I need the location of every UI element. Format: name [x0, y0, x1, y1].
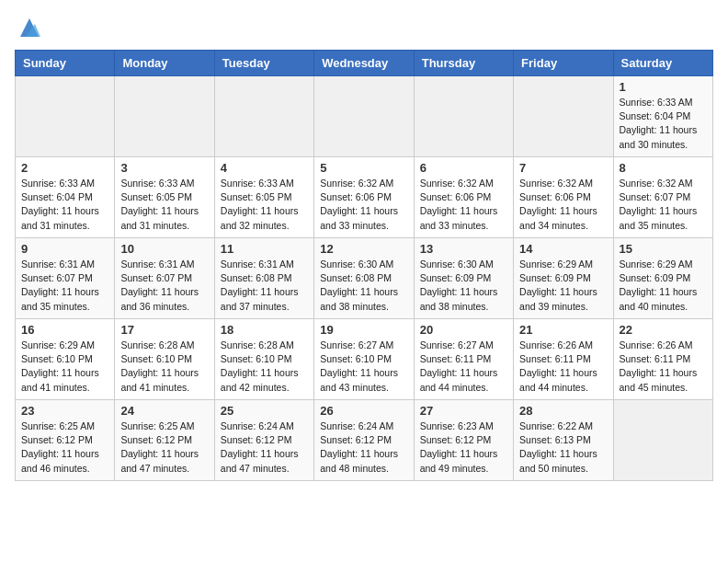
column-header-monday: Monday	[115, 51, 214, 76]
day-info: Sunrise: 6:24 AMSunset: 6:12 PMDaylight:…	[320, 419, 407, 476]
day-info: Sunrise: 6:28 AMSunset: 6:10 PMDaylight:…	[120, 339, 208, 395]
calendar-cell: 21Sunrise: 6:26 AMSunset: 6:11 PMDayligh…	[514, 319, 613, 400]
day-number: 18	[221, 323, 308, 337]
day-number: 10	[120, 242, 208, 256]
calendar-week-row: 9Sunrise: 6:31 AMSunset: 6:07 PMDaylight…	[16, 238, 713, 319]
day-info: Sunrise: 6:32 AMSunset: 6:07 PMDaylight:…	[620, 177, 707, 233]
calendar-cell: 28Sunrise: 6:22 AMSunset: 6:13 PMDayligh…	[514, 400, 613, 481]
calendar-cell: 19Sunrise: 6:27 AMSunset: 6:10 PMDayligh…	[314, 319, 414, 400]
day-info: Sunrise: 6:27 AMSunset: 6:10 PMDaylight:…	[320, 339, 407, 395]
calendar-week-row: 1Sunrise: 6:33 AMSunset: 6:04 PMDaylight…	[16, 76, 713, 157]
calendar-cell: 16Sunrise: 6:29 AMSunset: 6:10 PMDayligh…	[16, 319, 115, 400]
day-number: 22	[620, 323, 707, 337]
calendar-cell: 12Sunrise: 6:30 AMSunset: 6:08 PMDayligh…	[314, 238, 414, 319]
day-number: 27	[420, 404, 507, 418]
calendar-cell: 7Sunrise: 6:32 AMSunset: 6:06 PMDaylight…	[514, 157, 613, 238]
day-number: 16	[21, 323, 108, 337]
day-number: 28	[519, 404, 607, 418]
day-info: Sunrise: 6:33 AMSunset: 6:04 PMDaylight:…	[620, 96, 707, 152]
calendar-cell: 5Sunrise: 6:32 AMSunset: 6:06 PMDaylight…	[314, 157, 414, 238]
day-info: Sunrise: 6:29 AMSunset: 6:09 PMDaylight:…	[519, 258, 607, 314]
page-header	[15, 15, 713, 40]
day-info: Sunrise: 6:33 AMSunset: 6:05 PMDaylight:…	[120, 177, 208, 233]
calendar-cell: 22Sunrise: 6:26 AMSunset: 6:11 PMDayligh…	[613, 319, 712, 400]
day-number: 6	[420, 161, 507, 175]
day-number: 13	[420, 242, 507, 256]
day-number: 17	[120, 323, 208, 337]
day-info: Sunrise: 6:30 AMSunset: 6:09 PMDaylight:…	[420, 258, 507, 314]
day-info: Sunrise: 6:22 AMSunset: 6:13 PMDaylight:…	[519, 419, 607, 476]
day-info: Sunrise: 6:32 AMSunset: 6:06 PMDaylight:…	[420, 177, 507, 233]
day-info: Sunrise: 6:31 AMSunset: 6:07 PMDaylight:…	[120, 258, 208, 314]
day-info: Sunrise: 6:27 AMSunset: 6:11 PMDaylight:…	[420, 339, 507, 395]
calendar-cell: 18Sunrise: 6:28 AMSunset: 6:10 PMDayligh…	[214, 319, 313, 400]
day-number: 8	[620, 161, 707, 175]
calendar-cell: 15Sunrise: 6:29 AMSunset: 6:09 PMDayligh…	[613, 238, 712, 319]
calendar-week-row: 23Sunrise: 6:25 AMSunset: 6:12 PMDayligh…	[16, 400, 713, 481]
day-number: 9	[21, 242, 108, 256]
day-info: Sunrise: 6:25 AMSunset: 6:12 PMDaylight:…	[21, 419, 108, 476]
day-info: Sunrise: 6:25 AMSunset: 6:12 PMDaylight:…	[120, 419, 208, 476]
day-info: Sunrise: 6:30 AMSunset: 6:08 PMDaylight:…	[320, 258, 407, 314]
day-number: 24	[120, 404, 208, 418]
calendar-cell	[214, 76, 313, 157]
day-info: Sunrise: 6:23 AMSunset: 6:12 PMDaylight:…	[420, 419, 507, 476]
day-info: Sunrise: 6:31 AMSunset: 6:08 PMDaylight:…	[221, 258, 308, 314]
column-header-wednesday: Wednesday	[314, 51, 414, 76]
calendar-cell: 20Sunrise: 6:27 AMSunset: 6:11 PMDayligh…	[414, 319, 513, 400]
day-number: 26	[320, 404, 407, 418]
calendar-cell: 17Sunrise: 6:28 AMSunset: 6:10 PMDayligh…	[115, 319, 214, 400]
calendar-cell	[16, 76, 115, 157]
calendar-cell	[115, 76, 214, 157]
calendar-week-row: 16Sunrise: 6:29 AMSunset: 6:10 PMDayligh…	[16, 319, 713, 400]
logo-icon	[17, 15, 42, 40]
day-info: Sunrise: 6:33 AMSunset: 6:05 PMDaylight:…	[221, 177, 308, 233]
calendar-cell: 23Sunrise: 6:25 AMSunset: 6:12 PMDayligh…	[16, 400, 115, 481]
calendar-cell: 2Sunrise: 6:33 AMSunset: 6:04 PMDaylight…	[16, 157, 115, 238]
day-info: Sunrise: 6:28 AMSunset: 6:10 PMDaylight:…	[221, 339, 308, 395]
calendar-cell	[514, 76, 613, 157]
day-info: Sunrise: 6:31 AMSunset: 6:07 PMDaylight:…	[21, 258, 108, 314]
calendar-cell: 3Sunrise: 6:33 AMSunset: 6:05 PMDaylight…	[115, 157, 214, 238]
calendar-cell: 13Sunrise: 6:30 AMSunset: 6:09 PMDayligh…	[414, 238, 513, 319]
day-info: Sunrise: 6:29 AMSunset: 6:10 PMDaylight:…	[21, 339, 108, 395]
day-number: 25	[221, 404, 308, 418]
column-header-sunday: Sunday	[16, 51, 115, 76]
day-number: 23	[21, 404, 108, 418]
calendar-cell: 26Sunrise: 6:24 AMSunset: 6:12 PMDayligh…	[314, 400, 414, 481]
day-info: Sunrise: 6:26 AMSunset: 6:11 PMDaylight:…	[519, 339, 607, 395]
day-info: Sunrise: 6:26 AMSunset: 6:11 PMDaylight:…	[620, 339, 707, 395]
calendar-cell	[314, 76, 414, 157]
calendar-cell: 6Sunrise: 6:32 AMSunset: 6:06 PMDaylight…	[414, 157, 513, 238]
calendar-cell	[613, 400, 712, 481]
day-info: Sunrise: 6:29 AMSunset: 6:09 PMDaylight:…	[620, 258, 707, 314]
day-number: 19	[320, 323, 407, 337]
calendar-week-row: 2Sunrise: 6:33 AMSunset: 6:04 PMDaylight…	[16, 157, 713, 238]
logo	[15, 15, 42, 40]
day-number: 4	[221, 161, 308, 175]
calendar-cell: 24Sunrise: 6:25 AMSunset: 6:12 PMDayligh…	[115, 400, 214, 481]
calendar-cell: 8Sunrise: 6:32 AMSunset: 6:07 PMDaylight…	[613, 157, 712, 238]
day-number: 7	[519, 161, 607, 175]
day-info: Sunrise: 6:32 AMSunset: 6:06 PMDaylight:…	[519, 177, 607, 233]
column-header-friday: Friday	[514, 51, 613, 76]
calendar-cell: 9Sunrise: 6:31 AMSunset: 6:07 PMDaylight…	[16, 238, 115, 319]
day-number: 15	[620, 242, 707, 256]
calendar-cell: 25Sunrise: 6:24 AMSunset: 6:12 PMDayligh…	[214, 400, 313, 481]
day-info: Sunrise: 6:32 AMSunset: 6:06 PMDaylight:…	[320, 177, 407, 233]
calendar-table: SundayMondayTuesdayWednesdayThursdayFrid…	[15, 50, 713, 481]
calendar-cell: 10Sunrise: 6:31 AMSunset: 6:07 PMDayligh…	[115, 238, 214, 319]
day-number: 20	[420, 323, 507, 337]
calendar-cell: 4Sunrise: 6:33 AMSunset: 6:05 PMDaylight…	[214, 157, 313, 238]
calendar-cell: 1Sunrise: 6:33 AMSunset: 6:04 PMDaylight…	[613, 76, 712, 157]
calendar-cell	[414, 76, 513, 157]
calendar-header-row: SundayMondayTuesdayWednesdayThursdayFrid…	[16, 51, 713, 76]
day-number: 14	[519, 242, 607, 256]
day-number: 1	[620, 80, 707, 94]
day-number: 3	[120, 161, 208, 175]
calendar-cell: 27Sunrise: 6:23 AMSunset: 6:12 PMDayligh…	[414, 400, 513, 481]
day-info: Sunrise: 6:24 AMSunset: 6:12 PMDaylight:…	[221, 419, 308, 476]
column-header-thursday: Thursday	[414, 51, 513, 76]
day-number: 21	[519, 323, 607, 337]
column-header-tuesday: Tuesday	[214, 51, 313, 76]
